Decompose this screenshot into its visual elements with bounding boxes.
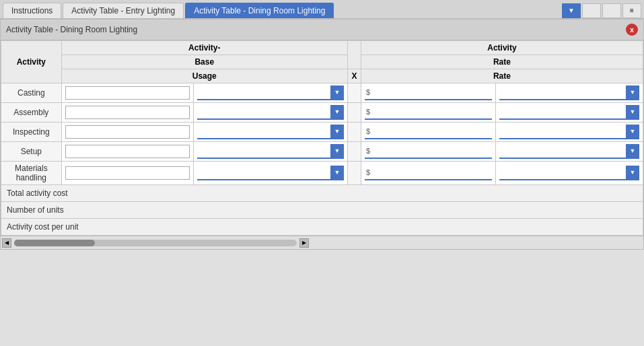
x-cell-setup xyxy=(347,142,361,162)
rate-dropdown-cell-materials: ▼ xyxy=(495,162,643,185)
header-activity-right: Activity xyxy=(361,41,643,55)
base-dropdown-cell-materials: ▼ xyxy=(193,162,347,185)
base-dropdown-wrapper-casting: ▼ xyxy=(197,85,344,100)
base-dropdown-input-casting[interactable] xyxy=(197,85,330,99)
tab-dining-room[interactable]: Activity Table - Dining Room Lighting xyxy=(185,3,334,18)
tab-bar: Instructions Activity Table - Entry Ligh… xyxy=(0,0,644,19)
tab-nav-btn-1[interactable] xyxy=(582,3,601,18)
base-text-input-inspecting[interactable] xyxy=(65,125,190,139)
main-panel: Activity Table - Dining Room Lighting x … xyxy=(0,19,644,250)
base-dropdown-wrapper-setup: ▼ xyxy=(197,144,344,159)
activity-label-casting: Casting xyxy=(1,83,62,103)
dollar-wrapper-assembly: $ xyxy=(365,105,492,120)
rate-dropdown-input-setup[interactable] xyxy=(499,144,626,158)
base-text-cell-casting xyxy=(61,83,193,103)
base-dropdown-wrapper-inspecting: ▼ xyxy=(197,125,344,139)
summary-row-cost-per-unit: Activity cost per unit xyxy=(1,219,643,236)
activity-cost-per-unit-label: Activity cost per unit xyxy=(1,219,643,236)
activity-label-setup: Setup xyxy=(1,142,62,162)
tab-right-controls: ▼ ≡ xyxy=(562,3,641,18)
base-dropdown-cell-inspecting: ▼ xyxy=(193,123,347,142)
rate-dropdown-arrow-assembly[interactable]: ▼ xyxy=(626,105,639,118)
base-dropdown-input-setup[interactable] xyxy=(197,144,330,158)
rate-dropdown-wrapper-setup: ▼ xyxy=(499,144,639,159)
rate-dropdown-input-assembly[interactable] xyxy=(499,105,626,118)
x-cell-assembly xyxy=(347,103,361,123)
panel-title: Activity Table - Dining Room Lighting xyxy=(6,25,137,34)
base-dropdown-cell-assembly: ▼ xyxy=(193,103,347,123)
base-dropdown-arrow-setup[interactable]: ▼ xyxy=(330,144,344,158)
activity-label-materials: Materials handling xyxy=(1,162,62,185)
base-dropdown-input-assembly[interactable] xyxy=(197,105,330,118)
summary-row-total: Total activity cost xyxy=(1,185,643,202)
rate-dropdown-arrow-inspecting[interactable]: ▼ xyxy=(626,125,639,138)
dollar-wrapper-casting: $ xyxy=(365,85,492,100)
dollar-sign-assembly: $ xyxy=(365,108,371,116)
close-button[interactable]: x xyxy=(626,24,638,36)
base-dropdown-arrow-materials[interactable]: ▼ xyxy=(330,166,344,179)
rate-dollar-input-materials[interactable] xyxy=(371,166,492,179)
header-row-3: Usage X Rate xyxy=(1,69,643,83)
base-dropdown-arrow-casting[interactable]: ▼ xyxy=(330,85,344,99)
activity-label-assembly: Assembly xyxy=(1,103,62,123)
total-activity-cost-label: Total activity cost xyxy=(1,185,643,202)
rate-dropdown-arrow-setup[interactable]: ▼ xyxy=(626,144,639,158)
tab-entry-lighting[interactable]: Activity Table - Entry Lighting xyxy=(63,3,184,18)
dollar-sign-materials: $ xyxy=(365,168,371,176)
header-rate-2: Rate xyxy=(361,69,643,83)
rate-dropdown-arrow-casting[interactable]: ▼ xyxy=(626,85,639,99)
table-row: Inspecting ▼ $ xyxy=(1,123,643,142)
rate-dollar-cell-assembly: $ xyxy=(361,103,495,123)
number-of-units-label: Number of units xyxy=(1,202,643,219)
base-text-input-materials[interactable] xyxy=(65,166,190,180)
tab-list-button[interactable]: ≡ xyxy=(622,3,641,18)
rate-dollar-input-assembly[interactable] xyxy=(371,105,492,118)
rate-dollar-cell-casting: $ xyxy=(361,83,495,103)
table-row: Assembly ▼ $ xyxy=(1,103,643,123)
base-text-input-setup[interactable] xyxy=(65,145,190,158)
dollar-sign-setup: $ xyxy=(365,147,371,155)
scroll-right-button[interactable]: ▶ xyxy=(299,238,309,248)
dollar-wrapper-inspecting: $ xyxy=(365,125,492,139)
header-rate: Rate xyxy=(361,55,643,69)
rate-dollar-input-inspecting[interactable] xyxy=(371,125,492,138)
base-text-cell-assembly xyxy=(61,103,193,123)
header-activity: Activity xyxy=(1,41,62,83)
base-dropdown-arrow-inspecting[interactable]: ▼ xyxy=(330,125,344,138)
tab-nav-btn-2[interactable] xyxy=(602,3,621,18)
rate-dropdown-wrapper-assembly: ▼ xyxy=(499,105,639,120)
rate-dropdown-cell-assembly: ▼ xyxy=(495,103,643,123)
rate-dollar-input-setup[interactable] xyxy=(371,144,492,158)
rate-dropdown-arrow-materials[interactable]: ▼ xyxy=(626,166,639,179)
scroll-left-button[interactable]: ◀ xyxy=(2,238,11,248)
dollar-sign-inspecting: $ xyxy=(365,127,371,135)
dollar-sign-casting: $ xyxy=(365,88,371,96)
base-text-cell-inspecting xyxy=(61,123,193,142)
scroll-track xyxy=(14,240,297,246)
header-activity-minus: Activity- xyxy=(61,41,347,55)
base-text-input-assembly[interactable] xyxy=(65,106,190,119)
rate-dropdown-wrapper-casting: ▼ xyxy=(499,85,639,100)
base-dropdown-cell-setup: ▼ xyxy=(193,142,347,162)
rate-dropdown-input-materials[interactable] xyxy=(499,166,626,179)
rate-dropdown-wrapper-materials: ▼ xyxy=(499,166,639,180)
panel-title-bar: Activity Table - Dining Room Lighting x xyxy=(1,20,643,40)
base-dropdown-wrapper-materials: ▼ xyxy=(197,166,344,180)
base-dropdown-input-materials[interactable] xyxy=(197,166,330,179)
tab-instructions[interactable]: Instructions xyxy=(3,3,61,18)
base-text-cell-setup xyxy=(61,142,193,162)
base-text-input-casting[interactable] xyxy=(65,86,190,100)
dollar-wrapper-setup: $ xyxy=(365,144,492,159)
header-row-1: Activity Activity- Activity xyxy=(1,41,643,55)
rate-dollar-cell-materials: $ xyxy=(361,162,495,185)
header-usage: Usage xyxy=(61,69,347,83)
header-x-blank xyxy=(347,41,361,69)
scroll-thumb[interactable] xyxy=(14,240,95,246)
rate-dropdown-input-casting[interactable] xyxy=(499,85,626,99)
tab-dropdown-button[interactable]: ▼ xyxy=(562,3,581,18)
rate-dollar-input-casting[interactable] xyxy=(371,85,492,99)
rate-dollar-cell-setup: $ xyxy=(361,142,495,162)
rate-dropdown-input-inspecting[interactable] xyxy=(499,125,626,138)
base-dropdown-input-inspecting[interactable] xyxy=(197,125,330,138)
base-dropdown-arrow-assembly[interactable]: ▼ xyxy=(330,105,344,118)
